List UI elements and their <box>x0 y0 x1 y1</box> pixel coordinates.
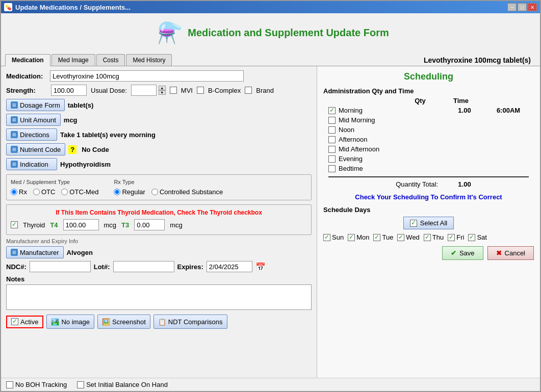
cancel-button[interactable]: ✖ Cancel <box>487 246 534 260</box>
qty-total-row: Quantity Total: 1.00 <box>328 180 529 188</box>
check-icon: ✔ <box>451 249 456 257</box>
bottom-buttons: Active 🏞️ No image 🖼️ Screenshot 📋 NDT C… <box>6 315 312 329</box>
evening-checkbox[interactable] <box>328 155 336 163</box>
window-title: Update Medications / Supplements... <box>15 4 131 11</box>
wed-label: Wed <box>406 233 420 241</box>
morning-qty: 1.00 <box>444 107 485 114</box>
thu-checkbox[interactable] <box>424 234 431 241</box>
qty-total-value: 1.00 <box>444 180 485 188</box>
mvi-checkbox[interactable] <box>170 87 177 94</box>
mvi-label: MVI <box>181 87 193 94</box>
active-label: Active <box>20 318 38 326</box>
bcomplex-checkbox[interactable] <box>197 87 204 94</box>
confirm-text: Check Your Scheduling To Confirm It's Co… <box>323 193 534 201</box>
midafternoon-checkbox[interactable] <box>328 146 336 153</box>
wed-checkbox[interactable] <box>397 234 404 241</box>
indication-button[interactable]: ⊞ Indication <box>6 158 57 170</box>
spin-down[interactable]: ▼ <box>159 90 166 95</box>
window-header: ⚗️ Medication and Supplement Update Form <box>1 13 540 52</box>
usual-dose-label: Usual Dose: <box>91 87 127 94</box>
rx-type-radio-group: Regular Controlled Substance <box>114 188 223 196</box>
mon-checkbox[interactable] <box>348 234 355 241</box>
ndc-input[interactable] <box>30 261 91 272</box>
qty-total-label: Quantity Total: <box>328 180 441 188</box>
select-all-checkbox-icon <box>410 220 417 227</box>
bedtime-checkbox[interactable] <box>328 165 336 172</box>
directions-button[interactable]: ⊞ Directions <box>6 128 57 141</box>
tab-medication[interactable]: Medication <box>5 54 50 66</box>
notes-textarea[interactable] <box>6 284 312 310</box>
strength-label: Strength: <box>6 87 47 94</box>
strength-row: Strength: Usual Dose: ▲ ▼ MVI B-Complex … <box>6 85 312 96</box>
screenshot-button[interactable]: 🖼️ Screenshot <box>97 315 150 329</box>
directions-row: ⊞ Directions Take 1 tablet(s) every morn… <box>6 128 312 141</box>
unit-amount-button[interactable]: ⊞ Unit Amount <box>6 114 61 126</box>
save-button[interactable]: ✔ Save <box>442 246 483 260</box>
lot-input[interactable] <box>113 261 174 272</box>
manufacturer-value: Alvogen <box>67 249 93 256</box>
day-thu: Thu <box>424 233 444 241</box>
tab-med-image[interactable]: Med Image <box>51 54 95 66</box>
thyroid-row: Thyroid T4 mcg T3 mcg <box>11 219 307 230</box>
schedule-row-midmorning: Mid Morning <box>328 115 529 125</box>
sat-checkbox[interactable] <box>468 234 475 241</box>
app-icon: 💊 <box>4 3 12 11</box>
spin-up[interactable]: ▲ <box>159 86 166 90</box>
noon-checkbox[interactable] <box>328 126 336 134</box>
no-image-button[interactable]: 🏞️ No image <box>46 315 94 329</box>
afternoon-checkbox[interactable] <box>328 136 336 143</box>
restore-button[interactable]: □ <box>518 3 527 11</box>
close-button[interactable]: ✕ <box>528 3 537 11</box>
set-initial-item: Set Initial Balance On Hand <box>77 381 168 388</box>
med-type-radio-group: Rx OTC OTC-Med <box>11 188 98 196</box>
set-initial-checkbox[interactable] <box>77 381 84 388</box>
calendar-icon[interactable]: 📅 <box>255 262 266 272</box>
active-checkbox[interactable] <box>11 318 18 325</box>
med-type-title: Med / Supplement Type <box>11 179 98 185</box>
tab-costs[interactable]: Costs <box>96 54 125 66</box>
radio-rx[interactable]: Rx <box>11 188 27 196</box>
expires-input[interactable] <box>207 261 252 272</box>
radio-otc[interactable]: OTC <box>33 188 55 196</box>
brand-checkbox[interactable] <box>245 87 252 94</box>
sun-checkbox[interactable] <box>323 234 330 241</box>
tue-label: Tue <box>382 233 393 241</box>
indication-value: Hypothyroidism <box>60 161 111 168</box>
radio-regular[interactable]: Regular <box>114 188 145 196</box>
radio-controlled[interactable]: Controlled Substance <box>151 188 223 196</box>
bcomplex-label: B-Complex <box>208 87 241 94</box>
usual-dose-input[interactable] <box>131 85 157 96</box>
midmorning-checkbox[interactable] <box>328 117 336 124</box>
no-boh-checkbox[interactable] <box>6 381 13 388</box>
usual-dose-spinbox[interactable]: ▲ ▼ <box>159 86 166 95</box>
minimize-button[interactable]: ─ <box>507 3 517 11</box>
col-time-header: Time <box>441 97 481 104</box>
directions-icon: ⊞ <box>11 131 18 138</box>
strength-input[interactable] <box>51 85 87 96</box>
indication-icon: ⊞ <box>11 161 18 168</box>
medication-input[interactable] <box>50 70 244 82</box>
t3-input[interactable] <box>134 219 165 230</box>
thyroid-box: If This Item Contains Thyroid Medication… <box>6 204 312 235</box>
morning-checkbox[interactable] <box>328 107 336 114</box>
radio-otcmed[interactable]: OTC-Med <box>61 188 98 196</box>
nutrient-code-question: ? <box>68 145 76 154</box>
tue-checkbox[interactable] <box>373 234 380 241</box>
active-checkbox-box: Active <box>6 316 43 328</box>
t4-input[interactable] <box>63 219 99 230</box>
tab-med-history[interactable]: Med History <box>126 54 172 66</box>
dosage-form-button[interactable]: ⊞ Dosage Form <box>6 99 65 111</box>
ndt-icon: 📋 <box>158 318 166 326</box>
main-content: Medication: Strength: Usual Dose: ▲ ▼ MV… <box>1 66 540 378</box>
select-all-button[interactable]: Select All <box>403 217 454 229</box>
scheduling-title: Scheduling <box>323 71 534 82</box>
nutrient-code-button[interactable]: ⊞ Nutrient Code <box>6 143 65 155</box>
ndt-button[interactable]: 📋 NDT Comparisons <box>153 315 227 329</box>
notes-section: Notes <box>6 275 312 311</box>
med-name-header: Levothyroxine 100mcg tablet(s) <box>424 56 536 64</box>
brand-label: Brand <box>256 87 274 94</box>
fri-checkbox[interactable] <box>448 234 455 241</box>
manufacturer-button[interactable]: ⊞ Manufacturer <box>6 246 64 258</box>
indication-row: ⊞ Indication Hypothyroidism <box>6 158 312 170</box>
thyroid-checkbox[interactable] <box>11 221 18 228</box>
